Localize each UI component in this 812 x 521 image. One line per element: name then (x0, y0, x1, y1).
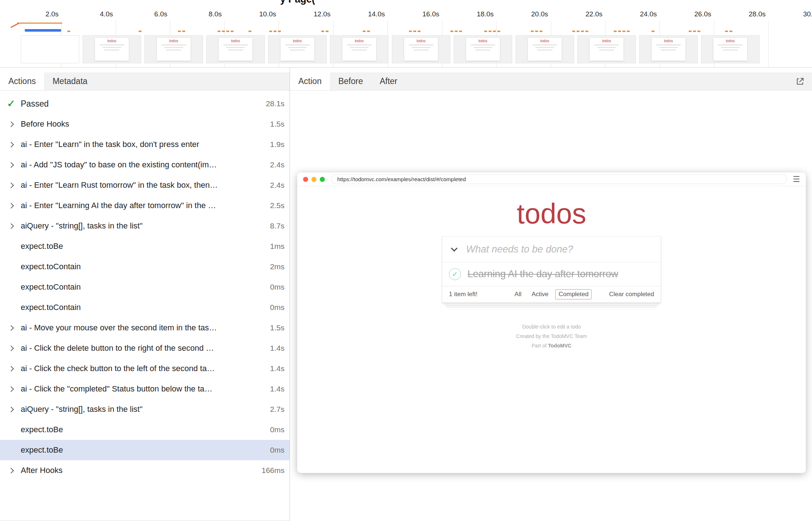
toggle-all-chevron-icon[interactable] (451, 245, 457, 251)
hint-line: Double-click to edit a todo (297, 324, 806, 330)
timeline-screenshot-frame[interactable]: todos (268, 35, 327, 63)
timeline-screenshot-frame[interactable]: todos (392, 35, 450, 63)
action-row[interactable]: ai - Add "JS today" to base on the exist… (0, 155, 290, 175)
thumbnail-content-bar (475, 49, 490, 51)
tick-label: 8.0s (209, 10, 222, 18)
action-row[interactable]: expect.toBe0ms (0, 440, 290, 460)
action-row[interactable]: expect.toContain2ms (0, 256, 290, 277)
timeline-screenshot-frame[interactable]: todos (330, 35, 389, 63)
timeline-network-mark (11, 23, 19, 28)
todo-card: What needs to be done? ✓Learning AI the … (442, 236, 661, 303)
action-label: ai - Enter "Learning AI the day after to… (21, 201, 270, 210)
timeline-screenshot-frame[interactable]: todos (639, 35, 698, 63)
chevron-right-icon[interactable] (5, 387, 17, 391)
timeline-screenshot-frame[interactable]: todos (516, 35, 574, 63)
timeline[interactable]: y Page( 2.0s4.0s6.0s8.0s10.0s12.0s14.0s1… (0, 0, 812, 68)
timeline-screenshot-frame[interactable]: todos (701, 35, 760, 63)
tab-action[interactable]: Action (290, 72, 330, 90)
chevron-right-icon[interactable] (5, 183, 17, 187)
filter-active[interactable]: Active (528, 289, 552, 299)
thumbnail-title: todos (169, 39, 178, 43)
toggle-complete-check-icon[interactable]: ✓ (449, 268, 461, 280)
action-row[interactable]: aiQuery - "string[], tasks in the list"8… (0, 216, 290, 236)
timeline-action-mark (697, 31, 700, 32)
timeline-action-bar (17, 23, 62, 24)
timeline-action-mark (459, 31, 462, 32)
todo-item[interactable]: ✓Learning AI the day after tomorrow (442, 262, 661, 286)
action-row[interactable]: expect.toBe0ms (0, 419, 290, 440)
action-row[interactable]: ai - Click the "completed" Status button… (0, 379, 290, 399)
action-row[interactable]: ai - Click the delete button to the righ… (0, 338, 290, 358)
chevron-right-icon[interactable] (5, 407, 17, 411)
thumbnail-content-bar (226, 47, 245, 48)
chevron-right-icon[interactable] (5, 204, 17, 208)
timeline-screenshot-frame[interactable]: todos (144, 35, 203, 63)
chevron-right-icon[interactable] (5, 143, 17, 147)
action-row[interactable]: aiQuery - "string[], tasks in the list"2… (0, 399, 290, 419)
action-row[interactable]: After Hooks166ms (0, 460, 290, 481)
traffic-light-zoom-icon[interactable] (320, 177, 325, 182)
test-result-row[interactable]: ✓ Passed 28.1s (0, 94, 290, 114)
action-row[interactable]: ai - Move your mouse over the second ite… (0, 318, 290, 338)
chevron-right-icon[interactable] (5, 326, 17, 330)
tick-label: 14.0s (368, 10, 385, 18)
thumbnail-content-bar (285, 44, 309, 45)
timeline-screenshot-frame[interactable]: todos (83, 35, 141, 63)
thumbnail-content-bar (599, 49, 614, 51)
thumbnail-content-bar (164, 47, 183, 48)
chevron-right-icon[interactable] (5, 469, 17, 473)
action-duration: 1.4s (270, 385, 284, 393)
timeline-screenshot-frame[interactable]: todos (577, 35, 636, 63)
chevron-right-icon[interactable] (5, 122, 17, 126)
action-row[interactable]: Before Hooks1.5s (0, 114, 290, 134)
action-row[interactable]: expect.toContain0ms (0, 297, 290, 318)
action-row[interactable]: ai - Enter "Learning AI the day after to… (0, 195, 290, 216)
traffic-light-minimize-icon[interactable] (311, 177, 317, 182)
menu-icon[interactable]: ☰ (793, 175, 800, 183)
tick-label: 12.0s (314, 10, 330, 18)
action-label: ai - Click the "completed" Status button… (21, 384, 270, 394)
action-duration: 166ms (262, 466, 284, 475)
open-external-icon[interactable] (795, 72, 812, 90)
tab-actions[interactable]: Actions (0, 72, 44, 90)
tab-after[interactable]: After (371, 72, 406, 90)
thumbnail-content-bar (537, 49, 552, 51)
timeline-action-mark (248, 31, 251, 32)
timeline-action-mark (489, 31, 491, 32)
timeline-screenshot-frame[interactable] (21, 35, 79, 63)
action-duration: 0ms (270, 303, 284, 312)
chevron-right-icon[interactable] (5, 224, 17, 228)
thumbnail-title: todos (602, 39, 611, 43)
check-glyph: ✓ (452, 270, 458, 278)
url-bar[interactable]: https://todomvc.com/examples/react/dist/… (331, 174, 787, 184)
traffic-light-close-icon[interactable] (303, 177, 308, 182)
thumbnail-content-bar (718, 44, 742, 45)
thumbnail-content-bar (352, 49, 367, 51)
action-snapshot: https://todomvc.com/examples/react/dist/… (290, 91, 812, 521)
tick-label: 4.0s (100, 10, 113, 18)
tab-before[interactable]: Before (330, 72, 371, 90)
action-row[interactable]: ai - Enter "Learn" in the task box, don'… (0, 134, 290, 155)
action-row[interactable]: expect.toContain0ms (0, 277, 290, 297)
action-label: expect.toContain (21, 282, 270, 292)
new-todo-input[interactable]: What needs to be done? (442, 236, 661, 262)
action-row[interactable]: ai - Click the check button to the left … (0, 358, 290, 379)
chevron-right-icon[interactable] (5, 367, 17, 371)
timeline-action-mark (178, 31, 181, 32)
action-label: ai - Click the check button to the left … (21, 364, 270, 373)
action-duration: 8.7s (270, 222, 284, 230)
action-label: aiQuery - "string[], tasks in the list" (21, 405, 270, 414)
action-row[interactable]: expect.toBe1ms (0, 236, 290, 256)
timeline-screenshot-frame[interactable]: todos (206, 35, 265, 63)
timeline-screenshot-frame[interactable]: todos (454, 35, 512, 63)
filter-all[interactable]: All (511, 289, 525, 299)
thumbnail-content-bar (223, 44, 247, 45)
clear-completed-button[interactable]: Clear completed (609, 291, 654, 298)
tab-metadata[interactable]: Metadata (44, 72, 96, 90)
chevron-right-icon[interactable] (5, 346, 17, 350)
filter-completed[interactable]: Completed (555, 289, 592, 299)
tick-label: 6.0s (154, 10, 167, 18)
chevron-right-icon[interactable] (5, 163, 17, 167)
action-row[interactable]: ai - Enter "Learn Rust tomorrow" in the … (0, 175, 290, 195)
action-duration: 1ms (270, 242, 284, 251)
